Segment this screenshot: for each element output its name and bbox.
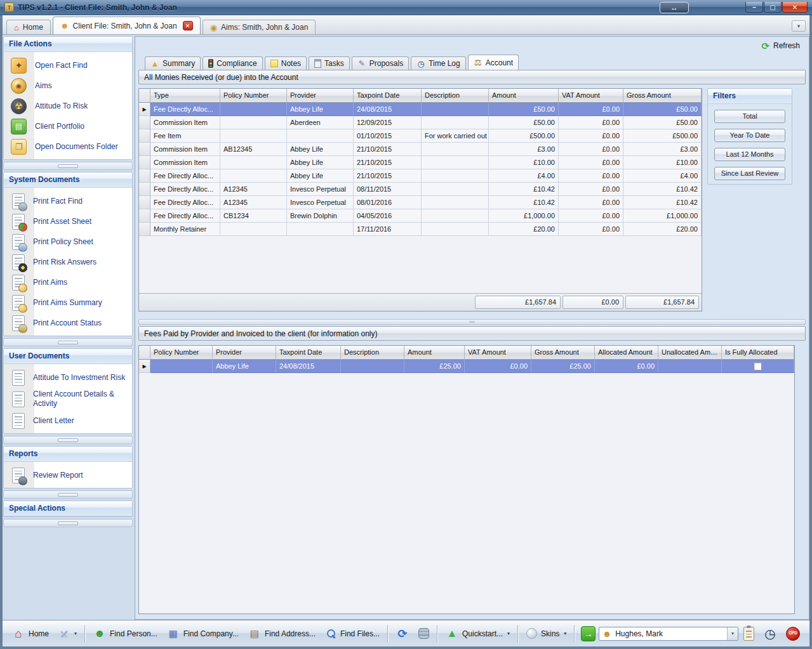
sidebar-item-print-aims-summary[interactable]: Print Aims Summary xyxy=(4,292,132,313)
table-row[interactable]: ▶Fee Directly Alloc...Abbey Life24/08/20… xyxy=(139,103,702,116)
doc-tab-client-file[interactable]: ☻ Client File: Smith, John & Joan ✕ xyxy=(53,16,201,34)
home-button[interactable]: ⌂ Home xyxy=(8,625,53,643)
section-splitter[interactable] xyxy=(3,519,133,527)
minimize-button[interactable]: – xyxy=(745,2,763,13)
table-row[interactable]: ▶Abbey Life24/08/2015£25.00£0.00£25.00£0… xyxy=(139,360,794,373)
sidebar-item-attitude-to-risk[interactable]: ☢Attitude To Risk xyxy=(4,96,132,116)
doc-tab-home[interactable]: ⌂ Home xyxy=(6,20,51,34)
sidebar-item-print-aims[interactable]: Print Aims xyxy=(4,272,132,292)
column-header-type[interactable]: Type xyxy=(150,89,220,103)
tab-tasks[interactable]: Tasks xyxy=(309,56,350,70)
column-header-policy-number[interactable]: Policy Number xyxy=(150,346,213,360)
column-header-gross-amount[interactable]: Gross Amount xyxy=(623,89,702,103)
find-address-button[interactable]: ▤ Find Address... xyxy=(244,625,320,643)
cpd-button[interactable]: CPD xyxy=(782,624,804,643)
table-row[interactable]: Fee Item01/10/2015For work carried out£5… xyxy=(139,129,702,143)
sidebar-item-review-report[interactable]: Review Report xyxy=(4,465,132,485)
column-header-vat-amount[interactable]: VAT Amount xyxy=(559,89,623,103)
sync-button[interactable]: ⟳ xyxy=(392,625,413,643)
table-row[interactable]: Commission ItemAB12345Abbey Life21/10/20… xyxy=(139,143,702,156)
grid-cell: 01/10/2015 xyxy=(354,129,422,143)
sidebar-item-open-fact-find[interactable]: ✦Open Fact Find xyxy=(4,55,132,75)
table-row[interactable]: Fee Directly Alloc...A12345Invesco Perpe… xyxy=(139,196,702,209)
column-header-amount[interactable]: Amount xyxy=(489,89,559,103)
section-header[interactable]: Special Actions xyxy=(4,501,132,516)
section-header[interactable]: File Actions xyxy=(4,37,132,52)
notes-log-button[interactable] xyxy=(739,624,759,643)
section-header[interactable]: Reports xyxy=(4,447,132,462)
section-splitter[interactable] xyxy=(3,490,133,499)
tab-notes[interactable]: Notes xyxy=(265,56,307,70)
skins-button[interactable]: Skins ▾ xyxy=(522,626,571,641)
column-header-taxpoint-date[interactable]: Taxpoint Date xyxy=(276,346,341,360)
column-header-gross-amount[interactable]: Gross Amount xyxy=(531,346,595,360)
sidebar-item-open-documents-folder[interactable]: ❐Open Documents Folder xyxy=(4,136,132,157)
column-header-vat-amount[interactable]: VAT Amount xyxy=(465,346,531,360)
column-header-allocated-amount[interactable]: Allocated Amount xyxy=(595,346,658,360)
column-header-description[interactable]: Description xyxy=(341,346,404,360)
find-person-button[interactable]: ☻ Find Person... xyxy=(89,625,162,643)
sidebar-item-client-portfolio[interactable]: ▤Client Portfolio xyxy=(4,116,132,136)
tab-compliance[interactable]: Compliance xyxy=(203,56,262,70)
table-row[interactable]: Commission ItemAbbey Life21/10/2015£10.0… xyxy=(139,156,702,169)
switch-window-button[interactable]: ↔ xyxy=(660,2,689,13)
combo-dropdown-icon[interactable]: ▾ xyxy=(727,627,738,640)
find-company-button[interactable]: ▦ Find Company... xyxy=(163,625,243,643)
section-header[interactable]: System Documents xyxy=(4,173,132,188)
sidebar-item-print-asset-sheet[interactable]: Print Asset Sheet xyxy=(4,211,132,232)
section-splitter[interactable] xyxy=(3,436,133,444)
table-row[interactable]: Fee Directly Alloc...A12345Invesco Perpe… xyxy=(139,183,702,196)
filter-button-total[interactable]: Total xyxy=(714,110,785,123)
doc-tab-aims[interactable]: ◉ Aims: Smith, John & Joan xyxy=(203,20,316,34)
sidebar-item-print-fact-find[interactable]: Print Fact Find xyxy=(4,191,132,211)
sidebar-item-print-policy-sheet[interactable]: Print Policy Sheet xyxy=(4,232,132,252)
find-files-button[interactable]: Find Files... xyxy=(321,626,384,642)
column-header-provider[interactable]: Provider xyxy=(213,346,276,360)
tab-overflow-button[interactable]: ▾ xyxy=(792,20,806,32)
sidebar-item-print-account-status[interactable]: Print Account Status xyxy=(4,313,132,333)
is-fully-allocated-checkbox[interactable] xyxy=(754,362,762,370)
grid-cell: Commission Item xyxy=(150,156,220,169)
quickstart-button[interactable]: ▲ Quickstart... ▾ xyxy=(441,625,514,643)
up-arrow-icon: ▲ xyxy=(446,627,458,640)
column-header-provider[interactable]: Provider xyxy=(287,89,354,103)
filter-button-since-last-review[interactable]: Since Last Review xyxy=(714,167,785,180)
sidebar-item-aims[interactable]: ◉Aims xyxy=(4,75,132,96)
tools-button[interactable]: ▾ xyxy=(54,626,81,642)
filter-button-year-to-date[interactable]: Year To Date xyxy=(714,129,785,142)
sidebar-item-client-letter[interactable]: Client Letter xyxy=(4,410,132,431)
tab-summary[interactable]: ▲Summary xyxy=(145,56,201,70)
close-tab-button[interactable]: ✕ xyxy=(183,21,193,30)
maximize-button[interactable]: ▢ xyxy=(764,2,782,13)
section-header[interactable]: User Documents xyxy=(4,349,132,364)
table-row[interactable]: Fee Directly Alloc...Abbey Life21/10/201… xyxy=(139,169,702,183)
grid-cell: £0.00 xyxy=(595,360,658,373)
horizontal-splitter[interactable] xyxy=(138,319,806,325)
column-header-amount[interactable]: Amount xyxy=(404,346,465,360)
reminders-button[interactable]: ◷ xyxy=(759,625,781,643)
column-header-unallocated-amo[interactable]: Unallocated Amo... xyxy=(658,346,722,360)
sidebar-item-attitude-to-investment-risk[interactable]: Attitude To Investment Risk xyxy=(4,367,132,388)
grid-cell: 08/11/2015 xyxy=(354,183,422,196)
column-header-is-fully-allocated[interactable]: Is Fully Allocated xyxy=(722,346,794,360)
close-button[interactable]: ✕ xyxy=(782,2,808,13)
column-header-description[interactable]: Description xyxy=(422,89,489,103)
table-row[interactable]: Commission ItemAberdeen12/09/2015£50.00£… xyxy=(139,116,702,129)
sidebar-item-print-risk-answers[interactable]: Print Risk Answers xyxy=(4,252,132,272)
section-splitter[interactable] xyxy=(3,338,133,346)
filter-button-last-12-months[interactable]: Last 12 Months xyxy=(714,148,785,161)
column-header-taxpoint-date[interactable]: Taxpoint Date xyxy=(354,89,422,103)
table-row[interactable]: Monthly Retainer17/11/2016£20.00£0.00£20… xyxy=(139,223,702,236)
tab-time-log[interactable]: ◷Time Log xyxy=(411,56,466,70)
sidebar-item-client-account-details-activity[interactable]: Client Account Details & Activity xyxy=(4,388,132,410)
section-splitter[interactable] xyxy=(3,162,133,170)
grid-cell: £50.00 xyxy=(623,103,702,116)
tab-account[interactable]: ⚖Account xyxy=(468,55,519,70)
tab-proposals[interactable]: ✎Proposals xyxy=(352,56,409,70)
column-header-policy-number[interactable]: Policy Number xyxy=(220,89,287,103)
refresh-button[interactable]: ⟳ Refresh xyxy=(755,39,806,53)
user-combo[interactable]: ☻ Hughes, Mark ▾ xyxy=(599,627,738,641)
table-row[interactable]: Fee Directly Alloc...CB1234Brewin Dolphi… xyxy=(139,209,702,223)
database-button[interactable] xyxy=(414,626,434,641)
go-button[interactable]: → xyxy=(581,626,596,641)
